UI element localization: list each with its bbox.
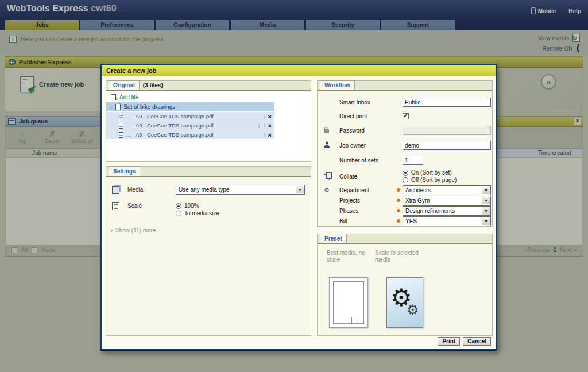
projects-select-value: Xtra Gym	[405, 197, 430, 204]
cancel-button[interactable]: Cancel	[463, 337, 491, 346]
gear-icon: ⚙	[407, 303, 419, 317]
radio-icon	[176, 211, 181, 216]
smart-inbox-label: Smart Inbox	[339, 99, 370, 106]
workflow-body: Smart Inbox Direct print ✓ Password	[318, 91, 492, 226]
remove-file-icon[interactable]: ×	[268, 114, 272, 119]
move-up-icon[interactable]: ↑	[263, 123, 266, 129]
preset-scale-thumbnail-selected[interactable]: ⚙ ⚙	[386, 277, 423, 328]
settings-header-band: Settings	[106, 167, 311, 177]
direct-print-checkbox[interactable]: ✓	[403, 113, 409, 119]
check-icon: ✓	[403, 113, 408, 119]
job-owner-input[interactable]	[403, 141, 491, 150]
bill-select[interactable]: YES ▼	[403, 216, 491, 226]
radio-selected-icon	[176, 203, 181, 209]
password-field: Password	[318, 123, 492, 138]
dialog-right-pane: Workflow Smart Inbox Direct print ✓	[317, 80, 493, 336]
collapse-triangle-icon[interactable]: ▽	[109, 104, 113, 110]
collate-off-option[interactable]: Off (Sort by page)	[403, 176, 457, 184]
document-set-icon	[115, 104, 121, 110]
show-more-link[interactable]: ▸ Show (11) more...	[111, 227, 161, 234]
dialog-title: Create a new job	[102, 65, 496, 76]
document-icon	[119, 114, 123, 119]
file-name: ... - A0 - CeeCee TDS campaign.pdf	[126, 113, 214, 119]
original-tab: Original	[109, 80, 140, 90]
number-of-sets-field: Number of sets	[318, 153, 492, 168]
print-button[interactable]: Print	[438, 337, 460, 346]
collate-off-label: Off (Sort by page)	[411, 177, 457, 183]
collate-options: On (Sort by set) Off (Sort by page)	[403, 169, 457, 184]
media-row: Media Use any media type ▼	[112, 185, 305, 195]
title-block-inner-icon	[357, 320, 364, 324]
file-set-link[interactable]: Set of bike drawings	[123, 104, 175, 110]
dropdown-arrow-icon: ▼	[482, 197, 490, 204]
add-file-link[interactable]: Add file	[119, 94, 138, 100]
phases-select[interactable]: Design refinements ▼	[403, 206, 491, 216]
department-label: Department	[339, 187, 369, 193]
department-field: ⚙ Department Architects ▼	[318, 185, 492, 195]
bill-select-value: YES	[405, 218, 417, 224]
preset-header-band: Preset	[318, 234, 492, 244]
collate-label: Collate	[339, 173, 357, 180]
document-icon	[119, 123, 123, 129]
file-name: ... - A0 - CeeCee TDS campaign.pdf	[126, 131, 214, 138]
preset-best-media-thumbnail[interactable]	[329, 277, 368, 328]
add-file-row: Add file	[106, 92, 274, 102]
department-select[interactable]: Architects ▼	[403, 185, 491, 195]
dropdown-arrow-icon: ▼	[482, 187, 490, 194]
move-up-icon[interactable]: ↑	[263, 132, 266, 138]
projects-select[interactable]: Xtra Gym ▼	[403, 196, 491, 206]
password-input	[403, 126, 491, 135]
file-list: Add file ▽ Set of bike drawings ... - A0…	[106, 92, 274, 139]
phases-select-value: Design refinements	[405, 208, 455, 214]
remove-file-icon[interactable]: ×	[268, 132, 272, 138]
add-file-icon	[111, 94, 116, 100]
remove-file-icon[interactable]: ×	[268, 123, 272, 129]
settings-body: Media Use any media type ▼ Scale 100%	[106, 177, 311, 334]
collate-on-label: On (Sort by set)	[411, 169, 452, 176]
required-dot	[397, 199, 400, 202]
number-of-sets-input[interactable]	[403, 156, 423, 165]
original-header-band: Original (3 files)	[106, 81, 311, 91]
scale-fit-option[interactable]: To media size	[176, 210, 219, 217]
required-dot	[397, 219, 400, 223]
settings-tab: Settings	[109, 166, 140, 176]
smart-inbox-field: Smart Inbox	[318, 95, 492, 109]
phases-field: Phases Design refinements ▼	[318, 206, 492, 216]
scale-100-label: 100%	[184, 203, 199, 209]
original-body: Add file ▽ Set of bike drawings ... - A0…	[106, 91, 311, 160]
original-section: Original (3 files) Add file ▽ Set of bik…	[106, 80, 311, 162]
media-icon	[112, 186, 119, 194]
file-set-row: ▽ Set of bike drawings	[106, 102, 274, 111]
settings-section: Settings Media Use any media type ▼ Scal…	[106, 166, 311, 336]
screen: WebTools Express cwt60 ...... Mobile Hel…	[0, 0, 588, 372]
smart-inbox-input[interactable]	[403, 98, 491, 107]
collate-field: Collate On (Sort by set) Off (Sort by pa…	[318, 168, 492, 185]
file-controls: ↑ ×	[263, 132, 272, 138]
radio-icon	[403, 177, 408, 183]
dialog-buttons: Print Cancel	[438, 337, 491, 346]
dialog-left-pane: Original (3 files) Add file ▽ Set of bik…	[106, 80, 311, 336]
file-controls: ↓ ↑ ×	[258, 123, 272, 129]
media-select[interactable]: Use any media type ▼	[176, 185, 305, 195]
password-label: Password	[339, 127, 365, 134]
preset-body: Best media, no scale Scale to selected m…	[318, 244, 492, 334]
job-owner-label: Job owner	[339, 142, 366, 149]
file-row: ... - A0 - CeeCee TDS campaign.pdf ↓ ×	[106, 112, 274, 121]
move-down-icon[interactable]: ↓	[263, 114, 266, 119]
radio-selected-icon	[403, 170, 408, 176]
scale-label: Scale	[127, 202, 176, 209]
file-controls: ↓ ×	[263, 114, 272, 119]
preset-tab: Preset	[320, 234, 347, 243]
projects-field: Projects Xtra Gym ▼	[318, 195, 492, 206]
collate-on-option[interactable]: On (Sort by set)	[403, 169, 457, 176]
required-dot	[397, 188, 400, 192]
lock-icon	[324, 126, 329, 134]
pane-divider	[314, 80, 314, 336]
scale-100-option[interactable]: 100%	[176, 202, 219, 210]
media-select-value: Use any media type	[179, 187, 229, 193]
scale-row: Scale 100% To media size	[112, 202, 219, 217]
move-down-icon[interactable]: ↓	[258, 123, 261, 129]
workflow-tab: Workflow	[320, 80, 355, 90]
workflow-header-band: Workflow	[318, 81, 492, 91]
phases-label: Phases	[339, 208, 358, 214]
